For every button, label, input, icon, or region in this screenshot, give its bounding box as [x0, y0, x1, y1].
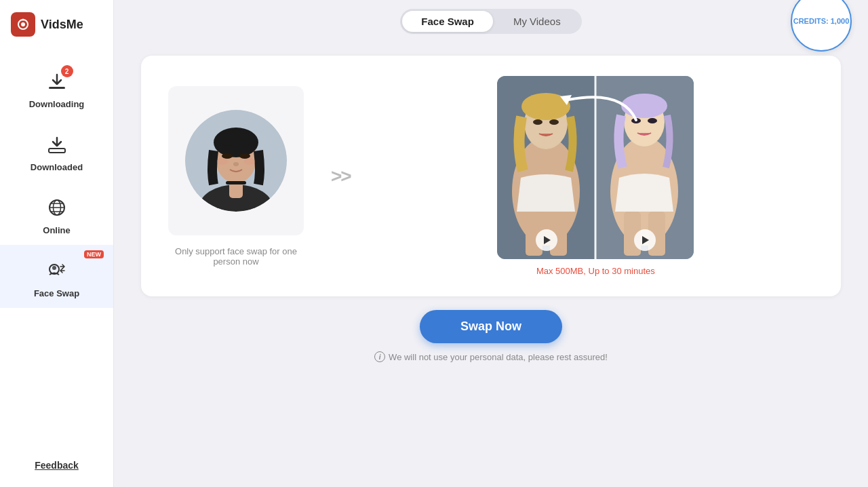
downloaded-icon-wrap [43, 131, 71, 158]
tab-group: Face Swap My Videos [400, 9, 581, 34]
swap-now-button[interactable]: Swap Now [420, 310, 562, 343]
svg-point-21 [239, 153, 250, 159]
privacy-text: We will not use your personal data, plea… [389, 352, 608, 362]
svg-point-19 [217, 130, 255, 147]
svg-point-12 [52, 266, 56, 270]
feedback-link[interactable]: Feedback [35, 460, 79, 471]
svg-point-24 [217, 158, 228, 165]
svg-point-20 [222, 153, 233, 159]
online-label: Online [43, 225, 70, 235]
svg-rect-5 [49, 149, 65, 153]
downloading-label: Downloading [29, 99, 85, 109]
svg-point-3 [22, 19, 24, 21]
curved-arrow-icon [514, 83, 677, 130]
globe-icon [47, 198, 66, 217]
bottom-section: Swap Now i We will not use your personal… [374, 296, 608, 369]
new-badge: NEW [84, 250, 104, 258]
play-button-left[interactable] [536, 229, 557, 251]
sidebar-nav: 2 Downloading Downloaded [0, 49, 113, 446]
sidebar-bottom: Feedback [0, 446, 113, 487]
face-swap-icon [47, 261, 66, 280]
sidebar-item-downloaded[interactable]: Downloaded [0, 119, 113, 182]
svg-point-2 [21, 22, 25, 26]
video-comparison [497, 76, 694, 259]
double-arrow: >> [331, 165, 351, 187]
swap-card: Only support face swap for one person no… [141, 56, 841, 296]
video-caption: Max 500MB, Up to 30 minutes [536, 266, 655, 276]
sidebar-item-face-swap[interactable]: NEW Face Swap [0, 245, 113, 308]
arrow-separator: >> [331, 165, 351, 187]
credits-label: CREDITS: 1,000 [793, 16, 850, 26]
face-image [185, 110, 287, 212]
face-circle [185, 110, 287, 212]
svg-rect-4 [49, 87, 65, 89]
svg-rect-23 [226, 181, 246, 184]
info-icon: i [374, 351, 385, 362]
downloading-icon-wrap: 2 [43, 68, 71, 95]
svg-point-22 [233, 162, 239, 166]
source-caption: Only support face swap for one person no… [168, 246, 304, 267]
logo-icon [11, 12, 35, 37]
tab-face-swap[interactable]: Face Swap [402, 11, 493, 32]
app-name: VidsMe [41, 18, 83, 32]
sidebar-item-online[interactable]: Online [0, 182, 113, 245]
content-area: Only support face swap for one person no… [114, 42, 868, 487]
target-video-area: Max 500MB, Up to 30 minutes [378, 76, 814, 276]
face-swap-label: Face Swap [34, 288, 79, 298]
play-button-right[interactable] [634, 229, 656, 251]
online-icon-wrap [43, 194, 71, 221]
arrow-overlay [514, 83, 677, 133]
main-content: Face Swap My Videos CREDITS: 1,000 [114, 0, 868, 487]
downloading-badge: 2 [61, 65, 73, 77]
sidebar-item-downloading[interactable]: 2 Downloading [0, 56, 113, 119]
svg-point-25 [244, 158, 255, 165]
tab-my-videos[interactable]: My Videos [494, 11, 580, 32]
source-face-section: Only support face swap for one person no… [168, 86, 304, 267]
topbar: Face Swap My Videos CREDITS: 1,000 [114, 0, 868, 42]
download-tray-icon [47, 135, 66, 154]
downloaded-label: Downloaded [31, 162, 83, 172]
privacy-note: i We will not use your personal data, pl… [374, 351, 608, 362]
face-swap-icon-wrap [43, 257, 71, 284]
sidebar: VidsMe 2 Downloading Downloaded [0, 0, 114, 487]
logo-area: VidsMe [0, 0, 113, 49]
face-upload-box[interactable] [168, 86, 304, 235]
